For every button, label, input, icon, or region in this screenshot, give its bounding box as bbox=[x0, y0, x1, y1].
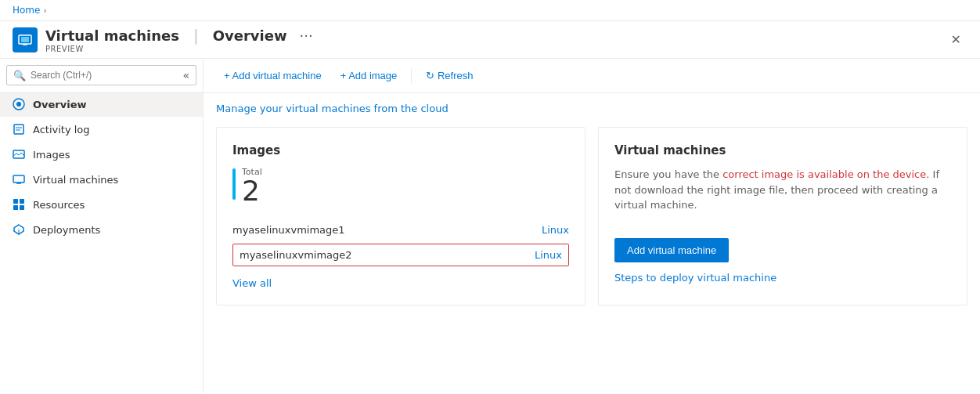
add-virtual-machine-button-card[interactable]: Add virtual machine bbox=[614, 238, 729, 262]
svg-rect-10 bbox=[13, 175, 24, 183]
svg-rect-6 bbox=[14, 125, 23, 134]
correct-image-link[interactable]: correct image is available on the device bbox=[722, 168, 926, 180]
images-icon bbox=[13, 148, 25, 161]
image-row: myaselinuxvmimage1 Linux bbox=[232, 218, 569, 242]
image-name: myaselinuxvmimage1 bbox=[232, 224, 529, 236]
vm-card: Virtual machines Ensure you have the cor… bbox=[598, 127, 967, 305]
title-block: Virtual machines | Overview ··· PREVIEW bbox=[45, 26, 313, 53]
vm-nav-icon bbox=[13, 173, 25, 186]
breadcrumb: Home › bbox=[0, 0, 980, 21]
image-row-highlighted: myaselinuxvmimage2 Linux bbox=[232, 244, 569, 266]
sidebar: 🔍 « Overview Activity log Images bbox=[0, 59, 204, 393]
breadcrumb-separator: › bbox=[43, 6, 46, 15]
svg-rect-13 bbox=[13, 199, 18, 204]
toolbar-divider bbox=[411, 68, 412, 84]
main-layout: 🔍 « Overview Activity log Images bbox=[0, 59, 980, 393]
sidebar-item-virtual-machines[interactable]: Virtual machines bbox=[0, 167, 203, 192]
image-list: myaselinuxvmimage1 Linux myaselinuxvmima… bbox=[232, 218, 569, 266]
search-input[interactable] bbox=[31, 70, 178, 81]
sidebar-item-label: Resources bbox=[33, 199, 85, 211]
sidebar-item-activity-log[interactable]: Activity log bbox=[0, 117, 203, 142]
deployments-icon bbox=[13, 223, 25, 236]
image-os: Linux bbox=[535, 249, 562, 261]
add-virtual-machine-button[interactable]: + Add virtual machine bbox=[216, 65, 330, 86]
top-bar: Virtual machines | Overview ··· PREVIEW … bbox=[0, 21, 980, 59]
sidebar-item-overview[interactable]: Overview bbox=[0, 92, 203, 117]
sidebar-item-label: Images bbox=[33, 149, 70, 161]
svg-rect-1 bbox=[21, 37, 29, 42]
page-title: Virtual machines bbox=[45, 27, 179, 44]
svg-rect-15 bbox=[13, 205, 18, 210]
page-heading: Manage your virtual machines from the cl… bbox=[204, 93, 980, 127]
overview-icon bbox=[13, 98, 25, 110]
sidebar-item-deployments[interactable]: Deployments bbox=[0, 217, 203, 242]
refresh-button[interactable]: ↻ Refresh bbox=[418, 65, 481, 86]
close-button[interactable]: ✕ bbox=[945, 29, 967, 50]
breadcrumb-home[interactable]: Home bbox=[13, 5, 40, 16]
svg-rect-16 bbox=[20, 205, 24, 210]
content-area: + Add virtual machine + Add image ↻ Refr… bbox=[204, 59, 980, 393]
count-bar bbox=[232, 168, 236, 200]
sidebar-item-label: Overview bbox=[33, 99, 87, 110]
sidebar-item-label: Activity log bbox=[33, 124, 90, 136]
image-os: Linux bbox=[542, 224, 569, 236]
toolbar: + Add virtual machine + Add image ↻ Refr… bbox=[204, 59, 980, 93]
images-card-title: Images bbox=[232, 143, 569, 157]
search-icon: 🔍 bbox=[13, 70, 26, 81]
collapse-button[interactable]: « bbox=[182, 69, 189, 81]
vm-card-description: Ensure you have the correct image is ava… bbox=[614, 167, 951, 213]
add-image-button[interactable]: + Add image bbox=[333, 65, 405, 86]
preview-label: PREVIEW bbox=[45, 45, 313, 53]
vm-card-title: Virtual machines bbox=[614, 143, 951, 157]
svg-point-5 bbox=[16, 102, 21, 107]
sidebar-item-resources[interactable]: Resources bbox=[0, 192, 203, 217]
sidebar-item-images[interactable]: Images bbox=[0, 142, 203, 167]
title-separator: | bbox=[193, 26, 199, 45]
search-box[interactable]: 🔍 « bbox=[6, 65, 196, 85]
activity-log-icon bbox=[13, 123, 25, 136]
total-count: 2 bbox=[242, 177, 262, 205]
image-name: myaselinuxvmimage2 bbox=[240, 249, 522, 261]
cards-row: Images Total 2 myaselinuxvmimage1 Linux bbox=[204, 127, 980, 318]
more-options-icon[interactable]: ··· bbox=[300, 27, 313, 44]
view-all-link[interactable]: View all bbox=[232, 277, 272, 289]
svg-rect-14 bbox=[20, 199, 24, 204]
steps-to-deploy-link[interactable]: Steps to deploy virtual machine bbox=[614, 272, 776, 284]
total-count-row: Total 2 bbox=[232, 167, 569, 205]
count-block: Total 2 bbox=[242, 167, 262, 205]
resources-icon bbox=[13, 198, 25, 211]
virtual-machines-icon bbox=[13, 27, 38, 52]
images-card: Images Total 2 myaselinuxvmimage1 Linux bbox=[216, 127, 585, 305]
sidebar-item-label: Deployments bbox=[33, 224, 100, 236]
sidebar-item-label: Virtual machines bbox=[33, 174, 118, 186]
page-subtitle: Overview bbox=[213, 27, 287, 44]
